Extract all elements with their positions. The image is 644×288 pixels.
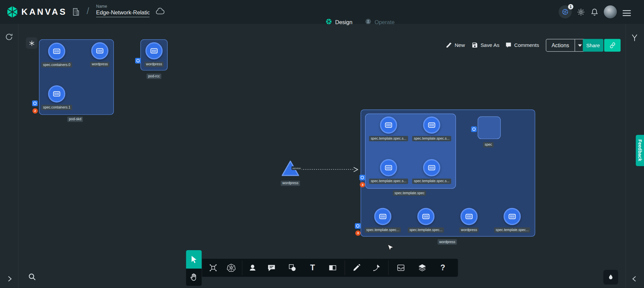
comment-tool[interactable] xyxy=(263,260,280,276)
pen-tool-icon xyxy=(372,263,381,272)
shapes-icon xyxy=(248,263,257,272)
save-as-button[interactable]: Save As xyxy=(472,42,499,49)
select-tool[interactable] xyxy=(186,250,202,269)
components-icon xyxy=(209,263,218,272)
node-spec-containers-1[interactable] xyxy=(48,85,65,102)
node-spec-template-spec-s---[interactable] xyxy=(380,117,397,134)
cloud-icon xyxy=(155,7,166,17)
pen-tool[interactable] xyxy=(368,260,385,276)
node-wordpress[interactable] xyxy=(91,42,108,59)
organization-icon[interactable] xyxy=(71,7,80,18)
share-link-button[interactable] xyxy=(604,39,621,52)
menu-icon[interactable] xyxy=(623,9,631,18)
node-label: spec.containers.1 xyxy=(41,105,72,110)
ink-drop-icon[interactable] xyxy=(603,270,618,285)
drawer-tool[interactable] xyxy=(393,260,409,276)
comments-label: Comments xyxy=(514,42,539,48)
node-spec-template-spec-s---[interactable] xyxy=(380,159,397,176)
operate-tab-label: Operate xyxy=(375,19,395,25)
node-label: spec.template.spec.s... xyxy=(412,136,451,141)
group-label: pod-skd xyxy=(67,117,83,122)
frame-tool-icon xyxy=(328,263,337,272)
layers-tool[interactable] xyxy=(414,260,430,276)
node-spec-template-spec---[interactable] xyxy=(417,208,434,225)
pan-tool-icon xyxy=(189,273,198,282)
edge-label: service xyxy=(291,166,302,170)
kubernetes-context-button[interactable]: 1 xyxy=(558,5,572,18)
group-label: spec xyxy=(483,142,494,147)
node-label: spec.template.spec... xyxy=(365,227,401,233)
node-label: wordpress xyxy=(281,181,300,186)
group-label: wordpress xyxy=(438,239,457,244)
new-button[interactable]: New xyxy=(446,42,465,49)
frame-tool[interactable] xyxy=(324,260,341,276)
collapse-chevron-icon[interactable] xyxy=(630,274,639,283)
name-field-label: Name xyxy=(96,4,150,8)
actions-label: Actions xyxy=(546,40,575,52)
layers-icon xyxy=(418,263,427,272)
group-label: spec.template.spec xyxy=(393,191,426,196)
user-avatar[interactable] xyxy=(603,5,618,19)
hierarchy-icon[interactable] xyxy=(630,33,639,42)
node-label: spec.template.spec... xyxy=(494,227,530,233)
node-wordpress[interactable] xyxy=(461,208,478,225)
group-spec[interactable] xyxy=(478,117,501,139)
node-label: spec.template.spec.s... xyxy=(369,178,408,184)
tab-operate[interactable]: Operate xyxy=(365,18,394,26)
help-icon: ? xyxy=(440,263,445,272)
text-tool-icon: T xyxy=(310,263,315,272)
actions-button[interactable]: Actions xyxy=(546,39,585,52)
node-spec-template-spec---[interactable] xyxy=(374,208,391,225)
pod-badge-icon xyxy=(32,100,38,106)
kubernetes-icon xyxy=(227,263,236,272)
header: KANVAS / Name Edge-Network-Relatio Desig… xyxy=(0,0,644,24)
mouse-cursor xyxy=(386,243,394,251)
text-tool[interactable]: T xyxy=(304,260,321,276)
design-name-input[interactable]: Edge-Network-Relatio xyxy=(96,9,150,17)
node-wordpress[interactable] xyxy=(145,42,162,59)
zoom-icon[interactable] xyxy=(27,272,37,282)
refresh-icon[interactable] xyxy=(4,32,13,42)
node-label: spec.template.spec.s... xyxy=(369,136,408,141)
shapes-tool[interactable] xyxy=(245,260,261,276)
node-label: spec.template.spec.s... xyxy=(412,178,451,184)
kanvas-logo[interactable] xyxy=(6,5,19,20)
pan-tool[interactable] xyxy=(186,269,202,286)
sticker-tool[interactable] xyxy=(284,260,301,276)
pod-badge-icon xyxy=(359,175,365,181)
node-label: wordpress xyxy=(459,227,479,233)
context-count-badge: 1 xyxy=(568,4,573,9)
share-button[interactable]: Share xyxy=(583,39,603,52)
operate-tab-icon xyxy=(365,18,372,26)
node-label: wordpress xyxy=(144,62,164,67)
feedback-tab[interactable]: Feedback xyxy=(636,135,644,166)
logo-text: KANVAS xyxy=(21,7,67,17)
node-label: spec.containers.0 xyxy=(41,62,72,68)
comment-tool-icon xyxy=(267,263,276,272)
pod-badge-icon xyxy=(471,126,477,132)
node-spec-template-spec-s---[interactable] xyxy=(423,117,440,134)
settings-gear-icon[interactable] xyxy=(577,8,585,18)
tab-design[interactable]: Design xyxy=(325,18,353,26)
group-spec-template-spec[interactable] xyxy=(365,114,456,189)
node-spec-containers-0[interactable] xyxy=(48,43,65,60)
pod-badge-icon xyxy=(135,58,141,64)
help-tool[interactable]: ? xyxy=(435,260,451,276)
comments-button[interactable]: Comments xyxy=(505,42,539,49)
count-badge: 3 xyxy=(355,230,361,236)
notifications-bell-icon[interactable] xyxy=(590,8,599,18)
snowflake-icon[interactable] xyxy=(26,37,37,49)
count-badge: 3 xyxy=(360,182,365,188)
tool-dock: T ? xyxy=(202,259,458,277)
kubernetes-tool[interactable] xyxy=(223,260,239,276)
pencil-tool-icon xyxy=(352,263,361,272)
expand-chevron-icon[interactable] xyxy=(5,274,14,283)
node-spec-template-spec---[interactable] xyxy=(503,208,521,225)
design-tab-icon xyxy=(325,18,332,26)
pencil-tool[interactable] xyxy=(348,260,365,276)
new-label: New xyxy=(455,42,465,48)
components-tool[interactable] xyxy=(205,260,221,276)
node-spec-template-spec-s---[interactable] xyxy=(423,159,440,176)
design-name-field: Name Edge-Network-Relatio xyxy=(96,4,150,17)
save-as-label: Save As xyxy=(481,42,499,48)
